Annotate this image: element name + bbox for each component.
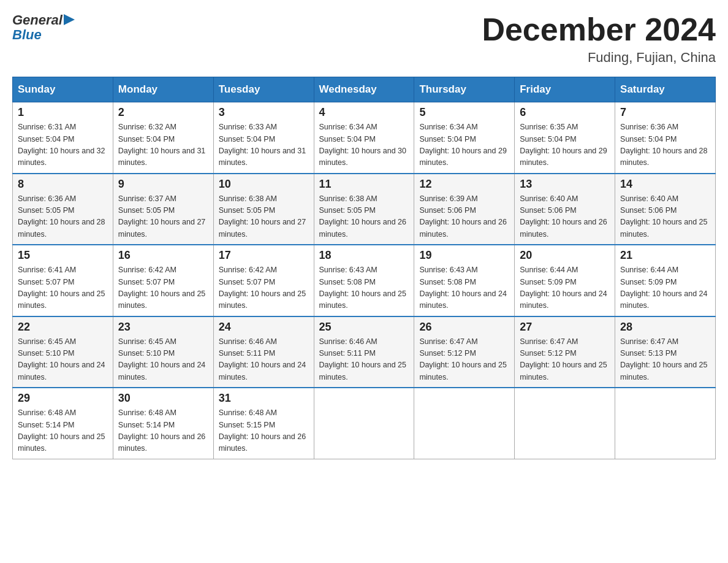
calendar-day-cell: 1Sunrise: 6:31 AMSunset: 5:04 PMDaylight… (13, 102, 113, 174)
header-wednesday: Wednesday (314, 77, 414, 102)
day-number: 20 (520, 249, 610, 262)
day-number: 14 (620, 178, 710, 191)
day-info: Sunrise: 6:36 AMSunset: 5:04 PMDaylight:… (620, 121, 710, 169)
day-info: Sunrise: 6:43 AMSunset: 5:08 PMDaylight:… (419, 264, 509, 312)
day-number: 11 (319, 178, 409, 191)
day-number: 18 (319, 249, 409, 262)
day-info: Sunrise: 6:39 AMSunset: 5:06 PMDaylight:… (419, 193, 509, 241)
day-number: 23 (118, 321, 208, 334)
day-info: Sunrise: 6:33 AMSunset: 5:04 PMDaylight:… (219, 121, 309, 169)
header-friday: Friday (515, 77, 615, 102)
calendar-week-2: 8Sunrise: 6:36 AMSunset: 5:05 PMDaylight… (13, 174, 716, 245)
calendar-day-cell: 18Sunrise: 6:43 AMSunset: 5:08 PMDayligh… (314, 245, 414, 316)
header-sunday: Sunday (13, 77, 113, 102)
calendar-day-cell: 24Sunrise: 6:46 AMSunset: 5:11 PMDayligh… (213, 316, 314, 388)
calendar-day-cell: 10Sunrise: 6:38 AMSunset: 5:05 PMDayligh… (213, 174, 314, 245)
day-number: 15 (18, 249, 108, 262)
calendar-day-cell: 27Sunrise: 6:47 AMSunset: 5:12 PMDayligh… (515, 316, 615, 388)
calendar-day-cell: 23Sunrise: 6:45 AMSunset: 5:10 PMDayligh… (113, 316, 213, 388)
calendar-day-cell (314, 388, 414, 459)
day-number: 28 (620, 321, 710, 334)
day-number: 22 (18, 321, 108, 334)
day-number: 4 (319, 106, 409, 119)
day-info: Sunrise: 6:31 AMSunset: 5:04 PMDaylight:… (18, 121, 108, 169)
day-number: 13 (520, 178, 610, 191)
calendar-day-cell: 13Sunrise: 6:40 AMSunset: 5:06 PMDayligh… (515, 174, 615, 245)
day-number: 17 (219, 249, 309, 262)
calendar-day-cell: 17Sunrise: 6:42 AMSunset: 5:07 PMDayligh… (213, 245, 314, 316)
logo-blue-text: Blue (12, 27, 42, 43)
day-info: Sunrise: 6:47 AMSunset: 5:13 PMDaylight:… (620, 336, 710, 384)
day-info: Sunrise: 6:45 AMSunset: 5:10 PMDaylight:… (18, 336, 108, 384)
day-info: Sunrise: 6:47 AMSunset: 5:12 PMDaylight:… (419, 336, 509, 384)
calendar-day-cell: 11Sunrise: 6:38 AMSunset: 5:05 PMDayligh… (314, 174, 414, 245)
day-number: 27 (520, 321, 610, 334)
calendar-day-cell (414, 388, 515, 459)
calendar-day-cell: 21Sunrise: 6:44 AMSunset: 5:09 PMDayligh… (615, 245, 716, 316)
day-info: Sunrise: 6:32 AMSunset: 5:04 PMDaylight:… (118, 121, 208, 169)
calendar-day-cell: 8Sunrise: 6:36 AMSunset: 5:05 PMDaylight… (13, 174, 113, 245)
day-info: Sunrise: 6:35 AMSunset: 5:04 PMDaylight:… (520, 121, 610, 169)
location-text: Fuding, Fujian, China (482, 50, 716, 66)
day-number: 30 (118, 392, 208, 405)
day-number: 1 (18, 106, 108, 119)
day-info: Sunrise: 6:45 AMSunset: 5:10 PMDaylight:… (118, 336, 208, 384)
calendar-day-cell: 9Sunrise: 6:37 AMSunset: 5:05 PMDaylight… (113, 174, 213, 245)
calendar-week-4: 22Sunrise: 6:45 AMSunset: 5:10 PMDayligh… (13, 316, 716, 388)
header-thursday: Thursday (414, 77, 515, 102)
day-info: Sunrise: 6:36 AMSunset: 5:05 PMDaylight:… (18, 193, 108, 241)
calendar-day-cell: 31Sunrise: 6:48 AMSunset: 5:15 PMDayligh… (213, 388, 314, 459)
day-number: 8 (18, 178, 108, 191)
calendar-day-cell: 28Sunrise: 6:47 AMSunset: 5:13 PMDayligh… (615, 316, 716, 388)
header-saturday: Saturday (615, 77, 716, 102)
day-info: Sunrise: 6:48 AMSunset: 5:14 PMDaylight:… (118, 407, 208, 455)
calendar-week-3: 15Sunrise: 6:41 AMSunset: 5:07 PMDayligh… (13, 245, 716, 316)
calendar-week-5: 29Sunrise: 6:48 AMSunset: 5:14 PMDayligh… (13, 388, 716, 459)
logo-general-text: General (12, 12, 63, 28)
day-info: Sunrise: 6:38 AMSunset: 5:05 PMDaylight:… (219, 193, 309, 241)
day-info: Sunrise: 6:42 AMSunset: 5:07 PMDaylight:… (219, 264, 309, 312)
day-info: Sunrise: 6:48 AMSunset: 5:15 PMDaylight:… (219, 407, 309, 455)
day-info: Sunrise: 6:42 AMSunset: 5:07 PMDaylight:… (118, 264, 208, 312)
calendar-day-cell: 7Sunrise: 6:36 AMSunset: 5:04 PMDaylight… (615, 102, 716, 174)
calendar-day-cell: 16Sunrise: 6:42 AMSunset: 5:07 PMDayligh… (113, 245, 213, 316)
calendar-day-cell: 4Sunrise: 6:34 AMSunset: 5:04 PMDaylight… (314, 102, 414, 174)
calendar-day-cell: 25Sunrise: 6:46 AMSunset: 5:11 PMDayligh… (314, 316, 414, 388)
svg-marker-0 (64, 14, 75, 25)
title-block: December 2024 Fuding, Fujian, China (482, 12, 716, 66)
header-tuesday: Tuesday (213, 77, 314, 102)
day-number: 3 (219, 106, 309, 119)
calendar-day-cell: 14Sunrise: 6:40 AMSunset: 5:06 PMDayligh… (615, 174, 716, 245)
day-number: 25 (319, 321, 409, 334)
day-info: Sunrise: 6:38 AMSunset: 5:05 PMDaylight:… (319, 193, 409, 241)
day-number: 19 (419, 249, 509, 262)
day-number: 5 (419, 106, 509, 119)
day-number: 16 (118, 249, 208, 262)
calendar-week-1: 1Sunrise: 6:31 AMSunset: 5:04 PMDaylight… (13, 102, 716, 174)
calendar-day-cell: 22Sunrise: 6:45 AMSunset: 5:10 PMDayligh… (13, 316, 113, 388)
calendar-day-cell: 20Sunrise: 6:44 AMSunset: 5:09 PMDayligh… (515, 245, 615, 316)
calendar-day-cell: 30Sunrise: 6:48 AMSunset: 5:14 PMDayligh… (113, 388, 213, 459)
day-info: Sunrise: 6:41 AMSunset: 5:07 PMDaylight:… (18, 264, 108, 312)
day-number: 2 (118, 106, 208, 119)
logo: General Blue (12, 12, 75, 43)
weekday-header-row: Sunday Monday Tuesday Wednesday Thursday… (13, 77, 716, 102)
calendar-day-cell: 12Sunrise: 6:39 AMSunset: 5:06 PMDayligh… (414, 174, 515, 245)
calendar-day-cell: 29Sunrise: 6:48 AMSunset: 5:14 PMDayligh… (13, 388, 113, 459)
calendar-day-cell: 6Sunrise: 6:35 AMSunset: 5:04 PMDaylight… (515, 102, 615, 174)
day-info: Sunrise: 6:34 AMSunset: 5:04 PMDaylight:… (319, 121, 409, 169)
calendar-day-cell: 15Sunrise: 6:41 AMSunset: 5:07 PMDayligh… (13, 245, 113, 316)
month-title: December 2024 (482, 12, 716, 47)
day-info: Sunrise: 6:37 AMSunset: 5:05 PMDaylight:… (118, 193, 208, 241)
day-info: Sunrise: 6:40 AMSunset: 5:06 PMDaylight:… (620, 193, 710, 241)
calendar-day-cell (515, 388, 615, 459)
day-number: 10 (219, 178, 309, 191)
day-info: Sunrise: 6:46 AMSunset: 5:11 PMDaylight:… (319, 336, 409, 384)
calendar-day-cell: 2Sunrise: 6:32 AMSunset: 5:04 PMDaylight… (113, 102, 213, 174)
calendar-day-cell: 3Sunrise: 6:33 AMSunset: 5:04 PMDaylight… (213, 102, 314, 174)
calendar-day-cell: 5Sunrise: 6:34 AMSunset: 5:04 PMDaylight… (414, 102, 515, 174)
day-info: Sunrise: 6:46 AMSunset: 5:11 PMDaylight:… (219, 336, 309, 384)
day-info: Sunrise: 6:44 AMSunset: 5:09 PMDaylight:… (520, 264, 610, 312)
day-number: 7 (620, 106, 710, 119)
page-header: General Blue December 2024 Fuding, Fujia… (12, 12, 716, 66)
